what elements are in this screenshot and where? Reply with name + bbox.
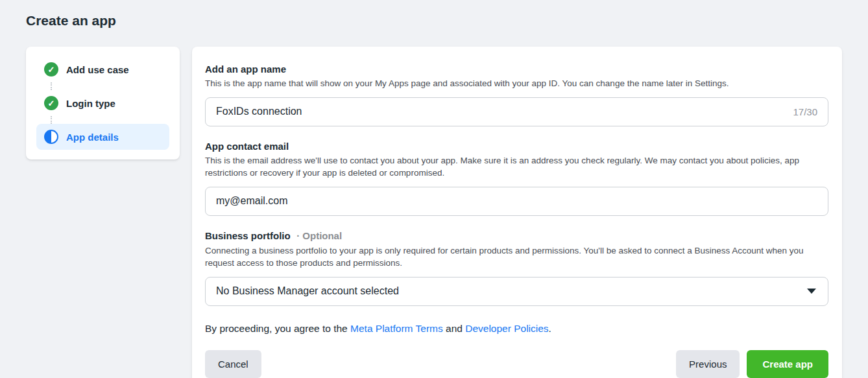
step-login-type[interactable]: ✓ Login type — [36, 90, 169, 116]
content-area: ✓ Add use case ✓ Login type App details … — [26, 47, 842, 378]
app-name-field[interactable]: 17/30 — [205, 97, 828, 126]
cancel-button[interactable]: Cancel — [205, 350, 261, 378]
step-label: App details — [66, 132, 119, 143]
step-label: Add use case — [66, 64, 129, 75]
contact-email-input[interactable] — [216, 195, 817, 207]
contact-email-section: App contact email This is the email addr… — [205, 141, 828, 216]
create-app-button[interactable]: Create app — [747, 350, 828, 378]
app-name-help: This is the app name that will show on y… — [205, 77, 828, 90]
footer-actions: Cancel Previous Create app — [205, 350, 828, 378]
app-name-label: Add an app name — [205, 64, 828, 75]
terms-prefix: By proceeding, you agree to the — [205, 323, 350, 334]
contact-email-field[interactable] — [205, 187, 828, 216]
business-portfolio-help: Connecting a business portfolio to your … — [205, 244, 828, 270]
contact-email-label: App contact email — [205, 141, 828, 152]
optional-tag: · Optional — [296, 230, 342, 241]
business-portfolio-section: Business portfolio · Optional Connecting… — [205, 230, 828, 306]
create-app-page: Create an app ✓ Add use case ✓ Login typ… — [0, 0, 868, 378]
check-icon: ✓ — [44, 62, 58, 77]
step-connector — [51, 116, 52, 124]
stepper: ✓ Add use case ✓ Login type App details — [26, 47, 180, 159]
char-counter: 17/30 — [793, 106, 817, 117]
terms-suffix: . — [549, 323, 551, 334]
half-circle-progress-icon — [44, 130, 58, 144]
caret-down-icon — [807, 289, 816, 294]
app-name-section: Add an app name This is the app name tha… — [205, 64, 828, 126]
check-icon: ✓ — [44, 96, 58, 110]
app-name-input[interactable] — [216, 106, 793, 117]
business-portfolio-label-row: Business portfolio · Optional — [205, 230, 828, 242]
step-label: Login type — [66, 98, 115, 109]
developer-policies-link[interactable]: Developer Policies — [465, 323, 548, 334]
meta-platform-terms-link[interactable]: Meta Platform Terms — [350, 323, 443, 334]
previous-button[interactable]: Previous — [676, 350, 740, 378]
page-title: Create an app — [26, 13, 842, 29]
terms-conjunction: and — [443, 323, 465, 334]
app-details-form: Add an app name This is the app name tha… — [192, 47, 842, 378]
selected-value: No Business Manager account selected — [216, 285, 399, 297]
step-connector — [51, 82, 52, 90]
contact-email-help: This is the email address we'll use to c… — [205, 154, 828, 180]
step-add-use-case[interactable]: ✓ Add use case — [36, 56, 169, 82]
step-app-details[interactable]: App details — [36, 124, 169, 150]
footer-right-group: Previous Create app — [676, 350, 828, 378]
terms-notice: By proceeding, you agree to the Meta Pla… — [205, 323, 828, 335]
business-portfolio-label: Business portfolio — [205, 230, 291, 241]
business-portfolio-select[interactable]: No Business Manager account selected — [205, 277, 828, 306]
